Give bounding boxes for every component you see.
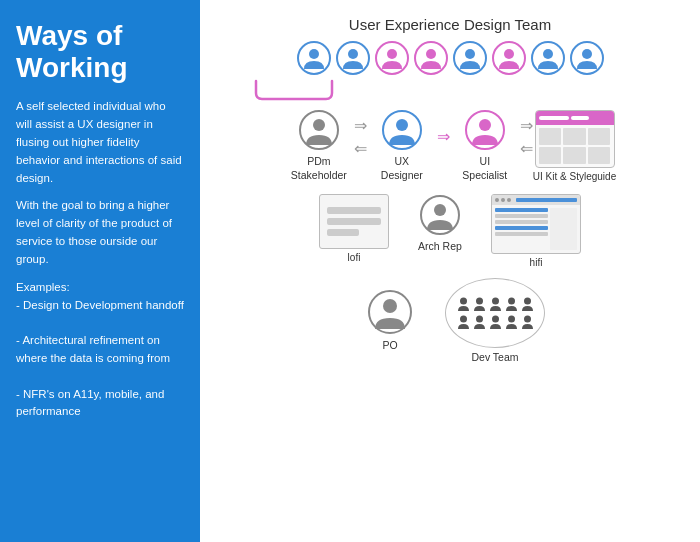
ux-label: UXDesigner	[381, 155, 423, 182]
dev-icons-row2	[457, 314, 534, 330]
pink-brace-icon	[252, 79, 400, 101]
svg-point-31	[460, 316, 467, 323]
hifi-dot-1	[495, 198, 499, 202]
lofi-lines	[327, 207, 381, 236]
svg-point-13	[543, 49, 553, 59]
svg-point-15	[582, 49, 592, 59]
arch-rep-block: Arch Rep	[405, 194, 475, 254]
svg-point-1	[309, 49, 319, 59]
sidebar-para-1: A self selected individual who will assi…	[16, 98, 184, 187]
po-block: PO	[355, 289, 425, 353]
pdm-block: PDmStakeholder	[284, 109, 354, 182]
dev-icon-3	[489, 296, 502, 312]
ui-kit-grid	[536, 125, 614, 167]
hifi-dot-3	[507, 198, 511, 202]
svg-point-26	[460, 298, 467, 305]
brace-row	[220, 79, 680, 101]
ui-avatar	[464, 109, 506, 151]
pdm-avatar	[298, 109, 340, 151]
hifi-line-grey-1	[495, 214, 548, 218]
ux-avatar	[381, 109, 423, 151]
ux-block: UXDesigner	[367, 109, 437, 182]
avatar-blue-1	[297, 41, 331, 75]
hifi-line-blue-2	[495, 226, 548, 230]
dev-icon-2	[473, 296, 486, 312]
arch-rep-avatar	[419, 194, 461, 236]
hifi-label: hifi	[530, 257, 543, 268]
avatar-pink-1	[375, 41, 409, 75]
avatar-blue-2	[336, 41, 370, 75]
svg-point-34	[508, 316, 515, 323]
sidebar-para-2: With the goal to bring a higher level of…	[16, 197, 184, 268]
svg-point-23	[434, 204, 446, 216]
lofi-container: lofi	[319, 194, 389, 263]
team-avatar-row	[297, 41, 604, 75]
svg-point-30	[524, 298, 531, 305]
svg-point-11	[504, 49, 514, 59]
hifi-container: hifi	[491, 194, 581, 268]
arrow-right-icon: ⇒	[354, 116, 367, 135]
ui-kit-box	[535, 110, 615, 168]
hifi-content	[492, 205, 580, 253]
ui-kit-header	[536, 111, 614, 125]
svg-point-29	[508, 298, 515, 305]
section-title: User Experience Design Team	[349, 16, 551, 33]
avatar-pink-2	[414, 41, 448, 75]
middle-row: PDmStakeholder ⇒ ⇐ UXDesigner ⇒	[220, 109, 680, 182]
avatar-blue-5	[570, 41, 604, 75]
sidebar-para-3: Examples:- Design to Development handoff…	[16, 279, 184, 422]
lofi-line-1	[327, 207, 381, 214]
arrow-ux-ui: ⇒	[437, 127, 450, 146]
arrow-pdm-ux: ⇒ ⇐	[354, 116, 367, 158]
lofi-line-2	[327, 218, 381, 225]
svg-point-3	[348, 49, 358, 59]
hifi-topbar	[492, 195, 580, 205]
ui-kit-bar1	[539, 116, 569, 120]
hifi-line-grey-3	[495, 232, 548, 236]
dev-icon-1	[457, 296, 470, 312]
svg-point-21	[479, 119, 491, 131]
svg-point-7	[426, 49, 436, 59]
hifi-line-blue-1	[495, 208, 548, 212]
svg-point-28	[492, 298, 499, 305]
ui-kit-cell-5	[563, 147, 586, 164]
hifi-sidebar	[550, 208, 577, 250]
dev-icon-6	[457, 314, 470, 330]
svg-point-19	[396, 119, 408, 131]
dev-icon-10	[521, 314, 534, 330]
bottom-row: lofi Arch Rep	[220, 194, 680, 268]
ui-kit-cell-3	[588, 128, 611, 145]
arrow-left2-icon: ⇐	[520, 139, 533, 158]
dev-team-label: Dev Team	[471, 351, 518, 363]
main-content: User Experience Design Team	[200, 0, 700, 542]
po-avatar	[367, 289, 413, 335]
ui-kit-bar2	[571, 116, 589, 120]
dev-icon-8	[489, 314, 502, 330]
arch-rep-label: Arch Rep	[418, 240, 462, 254]
dev-icon-5	[521, 296, 534, 312]
ui-kit-cell-6	[588, 147, 611, 164]
dev-team-container: Dev Team	[445, 278, 545, 363]
ui-kit-cell-1	[539, 128, 562, 145]
po-devteam-row: PO Dev Te	[355, 278, 545, 363]
avatar-blue-3	[453, 41, 487, 75]
po-label: PO	[382, 339, 397, 353]
svg-point-5	[387, 49, 397, 59]
arrow-right2-icon: ⇒	[520, 116, 533, 135]
lofi-label: lofi	[348, 252, 361, 263]
ui-label: UISpecialist	[462, 155, 507, 182]
dev-team-oval	[445, 278, 545, 348]
sidebar-title: Ways of Working	[16, 20, 184, 84]
sidebar-body: A self selected individual who will assi…	[16, 98, 184, 431]
sidebar: Ways of Working A self selected individu…	[0, 0, 200, 542]
arrow-left-icon: ⇐	[354, 139, 367, 158]
arrow-right-pink-icon: ⇒	[437, 127, 450, 146]
dev-icon-9	[505, 314, 518, 330]
lofi-box	[319, 194, 389, 249]
ui-kit-label: UI Kit & Styleguide	[533, 171, 616, 182]
dev-icons-row1	[457, 296, 534, 312]
svg-point-32	[476, 316, 483, 323]
svg-point-35	[524, 316, 531, 323]
hifi-box	[491, 194, 581, 254]
pdm-label: PDmStakeholder	[291, 155, 347, 182]
